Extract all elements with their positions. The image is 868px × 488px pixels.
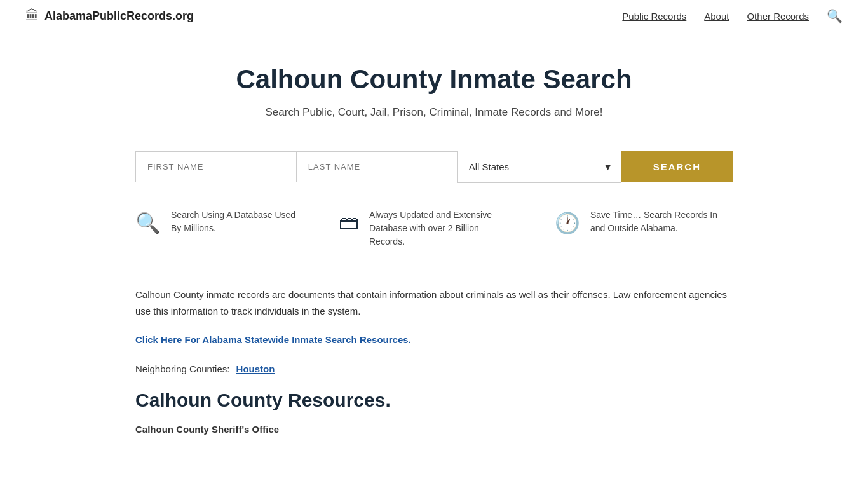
site-header: 🏛 AlabamaPublicRecords.org Public Record… (0, 0, 868, 32)
first-name-input[interactable] (135, 151, 296, 182)
sheriff-office-label: Calhoun County Sheriff's Office (135, 421, 733, 438)
state-select[interactable]: All StatesAlabamaAlaskaArizonaArkansasCa… (457, 151, 621, 183)
logo-link[interactable]: AlabamaPublicRecords.org (44, 10, 194, 23)
feature-database: 🗃 Always Updated and Extensive Database … (339, 208, 517, 248)
nav-search-icon[interactable]: 🔍 (827, 8, 843, 24)
neighboring-counties: Neighboring Counties: Houston (135, 361, 733, 377)
description-text: Calhoun County inmate records are docume… (135, 287, 733, 319)
clock-feature-icon: 🕐 (555, 211, 580, 235)
nav-about[interactable]: About (704, 11, 729, 22)
logo-area[interactable]: 🏛 AlabamaPublicRecords.org (25, 8, 194, 24)
nav-public-records[interactable]: Public Records (622, 11, 686, 22)
feature-time-text: Save Time… Search Records In and Outside… (590, 208, 733, 235)
main-content: Calhoun County inmate records are docume… (85, 274, 783, 476)
search-button[interactable]: SEARCH (621, 151, 733, 182)
last-name-input[interactable] (296, 151, 457, 182)
feature-database-text: Always Updated and Extensive Database wi… (369, 208, 517, 248)
page-title: Calhoun County Inmate Search (25, 64, 843, 95)
feature-search-text: Search Using A Database Used By Millions… (171, 208, 301, 235)
main-nav: Public Records About Other Records 🔍 (622, 8, 843, 24)
houston-county-link[interactable]: Houston (236, 363, 275, 374)
resources-title: Calhoun County Resources. (135, 390, 733, 411)
database-feature-icon: 🗃 (339, 211, 359, 234)
nav-other-records[interactable]: Other Records (747, 11, 809, 22)
search-bar: All StatesAlabamaAlaskaArizonaArkansasCa… (85, 138, 783, 202)
state-select-wrapper: All StatesAlabamaAlaskaArizonaArkansasCa… (457, 151, 621, 183)
feature-search: 🔍 Search Using A Database Used By Millio… (135, 208, 301, 235)
features-section: 🔍 Search Using A Database Used By Millio… (85, 202, 783, 274)
hero-subtitle: Search Public, Court, Jail, Prison, Crim… (25, 106, 843, 119)
statewide-link[interactable]: Click Here For Alabama Statewide Inmate … (135, 334, 411, 345)
logo-icon: 🏛 (25, 8, 39, 24)
hero-section: Calhoun County Inmate Search Search Publ… (0, 32, 868, 138)
search-feature-icon: 🔍 (135, 211, 161, 235)
neighboring-label: Neighboring Counties: (135, 363, 229, 374)
feature-time: 🕐 Save Time… Search Records In and Outsi… (555, 208, 733, 235)
